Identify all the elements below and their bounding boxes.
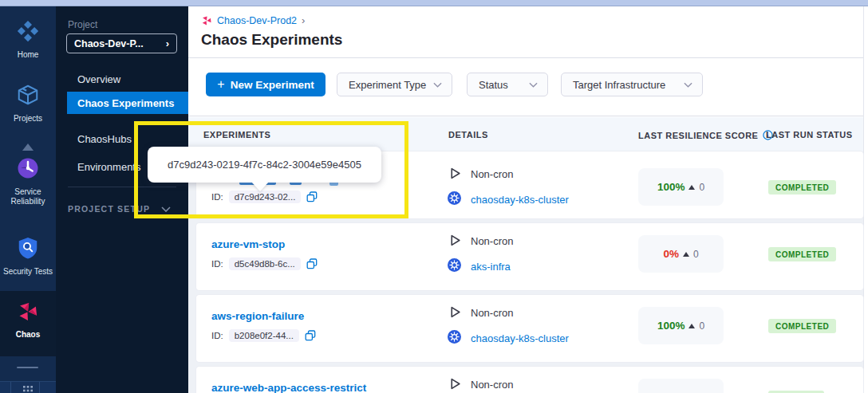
chevron-down-icon bbox=[529, 82, 538, 88]
nav-item-chaos-experiments-active[interactable]: Chaos Experiments bbox=[67, 92, 188, 114]
page-title: Chaos Experiments bbox=[201, 31, 342, 49]
chaos-experiments-screen: Home Projects Service Reliability Securi… bbox=[0, 0, 868, 393]
schedule-type: Non-cron bbox=[471, 168, 513, 180]
delta-up-icon bbox=[688, 185, 695, 190]
infrastructure-link[interactable]: chaosday-k8s-cluster bbox=[471, 332, 569, 344]
chaos-breadcrumb-icon bbox=[201, 15, 212, 26]
infrastructure-link[interactable]: aks-infra bbox=[471, 261, 511, 273]
service-reliability-icon bbox=[16, 156, 40, 183]
tooltip-arrow bbox=[251, 182, 269, 191]
id-label: ID: bbox=[211, 259, 223, 269]
id-label: ID: bbox=[211, 192, 223, 202]
experiment-id-row: ID: d7c9d243-02... bbox=[211, 191, 318, 203]
score-value: 0% bbox=[663, 248, 679, 260]
filter-status[interactable]: Status bbox=[467, 73, 548, 96]
security-shield-icon bbox=[16, 236, 40, 263]
breadcrumb-project-link[interactable]: Chaos-Dev-Prod2 bbox=[217, 15, 297, 26]
filter-label: Target Infrastructure bbox=[573, 79, 665, 91]
experiment-name-link[interactable]: aws-region-failure bbox=[211, 310, 304, 322]
experiment-id-pill[interactable]: d5c49d8b-6c... bbox=[229, 257, 301, 270]
experiment-id-tooltip: d7c9d243-0219-4f7c-84c2-3004e59e4505 bbox=[148, 147, 381, 183]
table-row[interactable]: azure-web-app-access-restrict Non-cron bbox=[196, 367, 863, 393]
copy-icon[interactable] bbox=[305, 330, 316, 341]
experiment-id-pill[interactable]: d7c9d243-02... bbox=[229, 191, 302, 203]
filter-target-infrastructure[interactable]: Target Infrastructure bbox=[561, 73, 703, 96]
score-delta: 0 bbox=[693, 249, 699, 260]
project-setup-label: PROJECT SETUP bbox=[68, 204, 150, 214]
experiment-name-link[interactable]: azure-web-app-access-restrict bbox=[211, 382, 366, 393]
divider bbox=[10, 382, 11, 393]
divider bbox=[68, 187, 176, 187]
sidebar-item-label: Projects bbox=[14, 114, 42, 124]
sidebar-item-label: Home bbox=[18, 50, 39, 60]
nav-item-chaoshubs[interactable]: ChaosHubs bbox=[77, 133, 132, 145]
nav-item-environments[interactable]: Environments bbox=[77, 161, 140, 173]
kubernetes-icon bbox=[448, 258, 461, 275]
plus-icon: + bbox=[217, 77, 224, 92]
column-header-label: LAST RESILIENCE SCORE bbox=[638, 131, 758, 140]
nav-item-overview[interactable]: Overview bbox=[77, 73, 120, 85]
project-setup-toggle[interactable]: PROJECT SETUP bbox=[68, 204, 171, 214]
kubernetes-icon bbox=[448, 330, 461, 347]
apps-grid-icon[interactable] bbox=[23, 384, 33, 393]
resilience-score-box: 100% 0 bbox=[638, 168, 724, 206]
copy-icon[interactable] bbox=[306, 191, 318, 202]
scroll-up-icon[interactable] bbox=[22, 143, 34, 151]
resilience-score-box bbox=[638, 379, 724, 393]
non-cron-play-icon bbox=[448, 305, 462, 322]
delta-up-icon bbox=[688, 324, 695, 328]
project-nav-panel: Project Chaos-Dev-P... › Overview Chaos … bbox=[56, 6, 188, 393]
experiment-id-pill[interactable]: b208e0f2-44... bbox=[229, 329, 299, 342]
main-content: Chaos-Dev-Prod2 › Chaos Experiments + Ne… bbox=[188, 6, 868, 393]
resilience-score-box: 100% 0 bbox=[638, 307, 724, 344]
chevron-down-icon bbox=[433, 82, 442, 88]
score-value: 100% bbox=[657, 320, 685, 332]
sidebar-item-security-tests[interactable]: Security Tests bbox=[0, 236, 56, 277]
table-row[interactable]: aws-region-failure ID: b208e0f2-44... No… bbox=[196, 295, 863, 362]
home-icon bbox=[16, 19, 40, 46]
sidebar-item-service-reliability[interactable]: Service Reliability bbox=[0, 156, 56, 206]
status-badge: COMPLETED bbox=[768, 319, 836, 333]
breadcrumb-separator: › bbox=[302, 14, 305, 26]
collapse-handle[interactable] bbox=[17, 367, 38, 368]
sidebar-item-projects[interactable]: Projects bbox=[0, 83, 56, 124]
page-header: Chaos-Dev-Prod2 › Chaos Experiments bbox=[188, 6, 863, 58]
status-badge: COMPLETED bbox=[768, 247, 836, 261]
tooltip-text: d7c9d243-0219-4f7c-84c2-3004e59e4505 bbox=[168, 159, 361, 171]
chevron-down-icon bbox=[161, 206, 171, 212]
kubernetes-icon bbox=[448, 191, 461, 208]
chaos-pinwheel-icon bbox=[17, 301, 39, 326]
column-header-run-status: LAST RUN STATUS bbox=[766, 130, 853, 140]
experiment-id-row: ID: b208e0f2-44... bbox=[211, 329, 316, 342]
sidebar-item-chaos[interactable]: Chaos bbox=[0, 301, 56, 340]
chevron-down-icon bbox=[684, 82, 692, 88]
non-cron-play-icon bbox=[448, 167, 462, 183]
delta-up-icon bbox=[683, 252, 689, 257]
column-header-resilience-score: LAST RESILIENCE SCORE bbox=[638, 130, 773, 140]
projects-cube-icon bbox=[16, 83, 40, 110]
status-badge: COMPLETED bbox=[768, 180, 836, 195]
selected-project-name: Chaos-Dev-P... bbox=[74, 38, 166, 49]
copy-icon[interactable] bbox=[306, 258, 318, 269]
chevron-right-icon: › bbox=[166, 37, 169, 49]
sidebar-item-label: Security Tests bbox=[3, 267, 53, 277]
column-header-experiments: EXPERIMENTS bbox=[203, 130, 270, 140]
project-selector[interactable]: Chaos-Dev-P... › bbox=[66, 33, 177, 53]
modnav-bottom-bar bbox=[0, 381, 56, 393]
filter-experiment-type[interactable]: Experiment Type bbox=[337, 73, 452, 96]
experiment-name-link[interactable]: azure-vm-stop bbox=[211, 238, 285, 250]
divider bbox=[39, 382, 40, 393]
modnav-footer bbox=[0, 356, 56, 393]
sidebar-item-label: Service Reliability bbox=[0, 187, 56, 206]
infrastructure-link[interactable]: chaosday-k8s-cluster bbox=[471, 194, 569, 206]
project-section-label: Project bbox=[68, 19, 97, 30]
new-experiment-button[interactable]: + New Experiment bbox=[206, 73, 326, 96]
table-row[interactable]: azure-vm-stop ID: d5c49d8b-6c... Non-cro… bbox=[196, 223, 863, 290]
sidebar-item-home[interactable]: Home bbox=[0, 19, 56, 60]
schedule-type: Non-cron bbox=[471, 307, 513, 319]
toolbar: + New Experiment Experiment Type Status … bbox=[188, 59, 863, 116]
sidebar-item-chaos-active-cell: Chaos bbox=[0, 291, 56, 356]
nav-item-label: Chaos Experiments bbox=[77, 97, 174, 109]
experiment-id-row: ID: d5c49d8b-6c... bbox=[211, 257, 318, 270]
score-delta: 0 bbox=[699, 182, 704, 193]
